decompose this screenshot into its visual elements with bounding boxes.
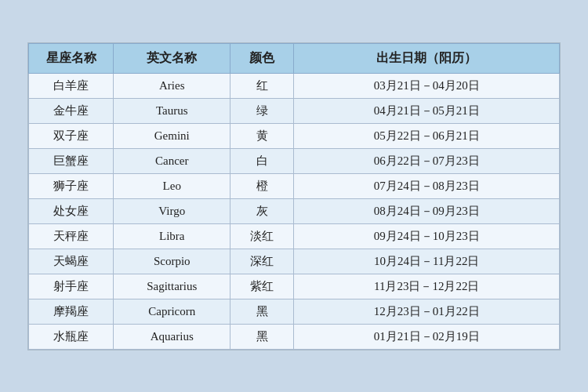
cell-english: Libra: [114, 223, 230, 249]
table-row: 双子座Gemini黄05月22日－06月21日: [29, 123, 560, 148]
table-row: 摩羯座Capricorn黑12月23日－01月22日: [29, 299, 560, 324]
cell-color: 红: [230, 73, 294, 98]
cell-date: 01月21日－02月19日: [294, 324, 560, 349]
cell-color: 黑: [230, 324, 294, 349]
header-date: 出生日期（阳历）: [294, 43, 560, 73]
cell-english: Aries: [114, 73, 230, 98]
table-row: 金牛座Taurus绿04月21日－05月21日: [29, 98, 560, 123]
cell-chinese: 天蝎座: [29, 249, 114, 274]
cell-chinese: 射手座: [29, 274, 114, 299]
cell-color: 灰: [230, 198, 294, 223]
cell-chinese: 白羊座: [29, 73, 114, 98]
cell-english: Gemini: [114, 123, 230, 148]
table-row: 射手座Sagittarius紫红11月23日－12月22日: [29, 274, 560, 299]
cell-date: 03月21日－04月20日: [294, 73, 560, 98]
table-body: 白羊座Aries红03月21日－04月20日金牛座Taurus绿04月21日－0…: [29, 73, 560, 349]
zodiac-table: 星座名称 英文名称 颜色 出生日期（阳历） 白羊座Aries红03月21日－04…: [28, 43, 560, 350]
header-chinese: 星座名称: [29, 43, 114, 73]
cell-date: 07月24日－08月23日: [294, 173, 560, 198]
cell-chinese: 摩羯座: [29, 299, 114, 324]
cell-date: 05月22日－06月21日: [294, 123, 560, 148]
cell-english: Virgo: [114, 198, 230, 223]
cell-english: Sagittarius: [114, 274, 230, 299]
cell-english: Taurus: [114, 98, 230, 123]
cell-chinese: 水瓶座: [29, 324, 114, 349]
cell-color: 白: [230, 148, 294, 173]
cell-color: 橙: [230, 173, 294, 198]
cell-english: Cancer: [114, 148, 230, 173]
cell-date: 09月24日－10月23日: [294, 223, 560, 249]
cell-date: 04月21日－05月21日: [294, 98, 560, 123]
cell-chinese: 天秤座: [29, 223, 114, 249]
cell-date: 06月22日－07月23日: [294, 148, 560, 173]
cell-chinese: 狮子座: [29, 173, 114, 198]
table-header-row: 星座名称 英文名称 颜色 出生日期（阳历）: [29, 43, 560, 73]
table-row: 巨蟹座Cancer白06月22日－07月23日: [29, 148, 560, 173]
header-color: 颜色: [230, 43, 294, 73]
cell-color: 黑: [230, 299, 294, 324]
cell-english: Capricorn: [114, 299, 230, 324]
cell-chinese: 双子座: [29, 123, 114, 148]
cell-date: 11月23日－12月22日: [294, 274, 560, 299]
table-row: 白羊座Aries红03月21日－04月20日: [29, 73, 560, 98]
zodiac-table-container: 星座名称 英文名称 颜色 出生日期（阳历） 白羊座Aries红03月21日－04…: [27, 42, 561, 350]
cell-color: 绿: [230, 98, 294, 123]
cell-english: Scorpio: [114, 249, 230, 274]
cell-color: 黄: [230, 123, 294, 148]
cell-date: 08月24日－09月23日: [294, 198, 560, 223]
table-row: 处女座Virgo灰08月24日－09月23日: [29, 198, 560, 223]
cell-chinese: 巨蟹座: [29, 148, 114, 173]
cell-english: Aquarius: [114, 324, 230, 349]
table-row: 天蝎座Scorpio深红10月24日－11月22日: [29, 249, 560, 274]
cell-date: 12月23日－01月22日: [294, 299, 560, 324]
table-row: 狮子座Leo橙07月24日－08月23日: [29, 173, 560, 198]
cell-chinese: 处女座: [29, 198, 114, 223]
cell-color: 深红: [230, 249, 294, 274]
table-row: 天秤座Libra淡红09月24日－10月23日: [29, 223, 560, 249]
cell-chinese: 金牛座: [29, 98, 114, 123]
table-row: 水瓶座Aquarius黑01月21日－02月19日: [29, 324, 560, 349]
cell-date: 10月24日－11月22日: [294, 249, 560, 274]
cell-english: Leo: [114, 173, 230, 198]
cell-color: 紫红: [230, 274, 294, 299]
header-english: 英文名称: [114, 43, 230, 73]
cell-color: 淡红: [230, 223, 294, 249]
